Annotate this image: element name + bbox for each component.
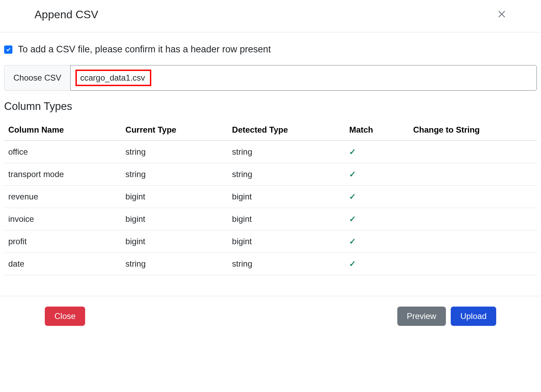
upload-button[interactable]: Upload [451, 307, 496, 326]
cell-change-to-string [409, 230, 537, 253]
cell-column-name: date [4, 253, 121, 275]
table-header-row: Column Name Current Type Detected Type M… [4, 120, 537, 141]
filename-text: ccargo_data1.csv [80, 73, 145, 82]
cell-column-name: invoice [4, 208, 121, 230]
table-row: officestringstring✓ [4, 141, 537, 163]
cell-change-to-string [409, 186, 537, 208]
column-types-table: Column Name Current Type Detected Type M… [4, 120, 537, 275]
cell-detected-type: string [228, 141, 345, 163]
check-icon: ✓ [345, 186, 409, 208]
preview-button[interactable]: Preview [397, 307, 446, 326]
modal-header: Append CSV [0, 0, 541, 32]
cell-current-type: bigint [121, 230, 228, 253]
check-icon: ✓ [345, 230, 409, 253]
filename-highlight: ccargo_data1.csv [75, 70, 151, 86]
cell-column-name: profit [4, 230, 121, 253]
cell-current-type: bigint [121, 186, 228, 208]
cell-column-name: revenue [4, 186, 121, 208]
table-row: datestringstring✓ [4, 253, 537, 275]
table-row: invoicebigintbigint✓ [4, 208, 537, 230]
table-row: revenuebigintbigint✓ [4, 186, 537, 208]
cell-change-to-string [409, 163, 537, 186]
header-detected-type: Detected Type [228, 120, 345, 141]
header-column-name: Column Name [4, 120, 121, 141]
check-icon: ✓ [345, 141, 409, 163]
check-icon: ✓ [345, 208, 409, 230]
cell-detected-type: bigint [228, 208, 345, 230]
cell-column-name: transport mode [4, 163, 121, 186]
table-row: profitbigintbigint✓ [4, 230, 537, 253]
check-icon: ✓ [345, 253, 409, 275]
modal-body: To add a CSV file, please confirm it has… [0, 32, 541, 286]
confirm-checkbox[interactable] [4, 45, 12, 54]
table-row: transport modestringstring✓ [4, 163, 537, 186]
confirm-text: To add a CSV file, please confirm it has… [18, 44, 271, 55]
cell-change-to-string [409, 253, 537, 275]
cell-current-type: string [121, 253, 228, 275]
cell-detected-type: string [228, 163, 345, 186]
file-chooser-row: Choose CSV ccargo_data1.csv [4, 65, 537, 91]
cell-column-name: office [4, 141, 121, 163]
check-icon: ✓ [345, 163, 409, 186]
close-button[interactable]: Close [45, 307, 85, 326]
choose-csv-button[interactable]: Choose CSV [4, 65, 71, 91]
modal-title: Append CSV [34, 8, 98, 21]
cell-current-type: string [121, 163, 228, 186]
modal-footer: Close Preview Upload [0, 296, 541, 336]
header-current-type: Current Type [121, 120, 228, 141]
cell-current-type: bigint [121, 208, 228, 230]
cell-current-type: string [121, 141, 228, 163]
close-icon[interactable] [497, 9, 507, 21]
header-match: Match [345, 120, 409, 141]
cell-detected-type: string [228, 253, 345, 275]
cell-change-to-string [409, 141, 537, 163]
header-change-string: Change to String [409, 120, 537, 141]
file-display[interactable]: ccargo_data1.csv [70, 65, 537, 91]
cell-detected-type: bigint [228, 230, 345, 253]
cell-change-to-string [409, 208, 537, 230]
cell-detected-type: bigint [228, 186, 345, 208]
footer-right-group: Preview Upload [397, 307, 496, 326]
column-types-heading: Column Types [4, 100, 537, 113]
confirm-row: To add a CSV file, please confirm it has… [4, 39, 537, 65]
